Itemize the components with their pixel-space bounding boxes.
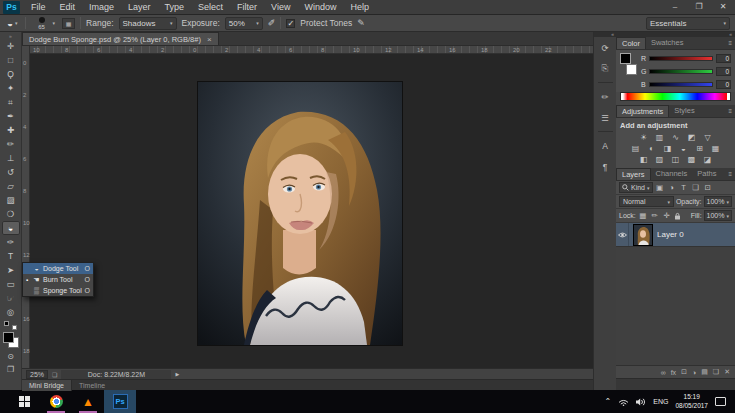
screen-mode-button[interactable]: ❐ — [2, 363, 20, 376]
status-menu-arrow-icon[interactable]: ▶ — [175, 371, 179, 377]
layer-row[interactable]: Layer 0 — [616, 223, 735, 247]
language-indicator[interactable]: ENG — [653, 398, 668, 405]
taskbar-clock[interactable]: 15:19 08/05/2017 — [675, 393, 708, 409]
hue-saturation-icon[interactable]: ▤ — [629, 143, 643, 153]
blur-tool[interactable]: ❍ — [2, 207, 20, 221]
layer-filter-select[interactable]: Kind ▾ — [619, 182, 653, 193]
menu-item-edit[interactable]: Edit — [53, 0, 83, 14]
foreground-color-swatch[interactable] — [3, 332, 14, 343]
action-center-icon[interactable] — [715, 397, 726, 406]
color-spectrum-ramp[interactable] — [620, 92, 731, 101]
dock-collapse-button[interactable]: « — [594, 32, 616, 37]
menu-item-window[interactable]: Window — [297, 0, 343, 14]
red-slider[interactable] — [649, 56, 713, 61]
black-white-icon[interactable]: ◨ — [661, 143, 675, 153]
tab-paths[interactable]: Paths — [692, 168, 721, 180]
filter-type-layers-icon[interactable]: T — [679, 183, 689, 192]
tab-timeline[interactable]: Timeline — [72, 380, 112, 391]
filter-pixel-layers-icon[interactable]: ▣ — [655, 183, 665, 192]
tab-styles[interactable]: Styles — [669, 105, 699, 117]
menu-item-help[interactable]: Help — [343, 0, 376, 14]
flyout-item-burn-tool[interactable]: ▪ ☚ Burn Tool O — [23, 274, 93, 285]
lasso-tool[interactable]: Ϙ — [2, 67, 20, 81]
menu-item-file[interactable]: File — [24, 0, 53, 14]
tab-mini-bridge[interactable]: Mini Bridge — [22, 380, 72, 391]
history-brush-tool[interactable]: ↺ — [2, 165, 20, 179]
gradient-tool[interactable]: ▨ — [2, 193, 20, 207]
exposure-select[interactable]: 50% ▾ — [225, 17, 263, 30]
start-button[interactable] — [8, 390, 40, 413]
tablet-pressure-icon[interactable]: ✎ — [357, 18, 365, 28]
close-button[interactable]: ✕ — [711, 0, 735, 14]
blue-slider[interactable] — [649, 82, 713, 87]
lock-transparent-icon[interactable]: ▦ — [638, 211, 648, 220]
green-slider[interactable] — [649, 69, 713, 74]
clone-stamp-tool[interactable]: ⊥ — [2, 151, 20, 165]
lock-all-icon[interactable] — [674, 212, 681, 220]
dodge-tool[interactable]: ◒ — [2, 221, 20, 235]
blend-mode-select[interactable]: Normal ▾ — [619, 196, 674, 207]
default-colors-button[interactable] — [4, 321, 17, 330]
red-value[interactable]: 0 — [716, 54, 731, 63]
photo-filter-icon[interactable]: ◒ — [677, 143, 691, 153]
rectangle-tool[interactable]: ▭ — [2, 277, 20, 291]
filter-shape-layers-icon[interactable]: ❑ — [691, 183, 701, 192]
menu-item-layer[interactable]: Layer — [121, 0, 158, 14]
close-tab-icon[interactable]: × — [207, 35, 212, 44]
history-panel-button[interactable]: ⟳ — [596, 39, 615, 56]
color-balance-icon[interactable]: ◐ — [645, 143, 659, 153]
move-tool[interactable]: ✛ — [2, 39, 20, 53]
panel-menu-icon[interactable]: ≡ — [725, 105, 735, 117]
blue-value[interactable]: 0 — [716, 80, 731, 89]
crop-tool[interactable]: ⌗ — [2, 95, 20, 109]
minimize-button[interactable]: – — [663, 0, 687, 14]
clone-source-panel-button[interactable]: ⎘ — [596, 60, 615, 77]
foreground-color-swatch[interactable] — [620, 53, 631, 64]
volume-icon[interactable] — [636, 398, 646, 406]
invert-icon[interactable]: ◧ — [637, 154, 651, 164]
tab-adjustments[interactable]: Adjustments — [616, 105, 669, 117]
delete-layer-icon[interactable]: ✕ — [724, 368, 730, 376]
brush-preset-picker[interactable]: 65 ▾ — [31, 17, 58, 30]
lock-position-icon[interactable]: ✛ — [662, 211, 672, 220]
brush-panel-button[interactable]: ✏ — [596, 88, 615, 105]
new-layer-icon[interactable]: ❏ — [713, 368, 719, 376]
zoom-level-field[interactable]: 25% — [26, 370, 48, 379]
visibility-toggle[interactable] — [616, 223, 629, 246]
range-select[interactable]: Shadows ▾ — [119, 17, 177, 30]
selective-color-icon[interactable]: ◪ — [701, 154, 715, 164]
flyout-item-sponge-tool[interactable]: ▒ Sponge Tool O — [23, 285, 93, 296]
layer-thumbnail[interactable] — [634, 225, 652, 245]
vibrance-icon[interactable]: ▽ — [701, 132, 715, 142]
new-adjustment-layer-icon[interactable]: ◑ — [692, 369, 696, 376]
rectangular-marquee-tool[interactable]: □ — [2, 53, 20, 67]
tab-layers[interactable]: Layers — [616, 168, 651, 180]
panel-menu-icon[interactable]: ≡ — [725, 168, 735, 180]
layer-name[interactable]: Layer 0 — [657, 230, 684, 239]
flyout-item-dodge-tool[interactable]: ◒ Dodge Tool O — [23, 263, 93, 274]
path-selection-tool[interactable]: ➤ — [2, 263, 20, 277]
quick-mask-button[interactable]: ⊙ — [2, 350, 20, 363]
toggle-brush-panel-button[interactable]: ▦ — [62, 18, 75, 29]
lock-pixels-icon[interactable]: ✏ — [650, 211, 660, 220]
workspace-switcher[interactable]: Essentials ▾ — [646, 17, 730, 30]
menu-item-filter[interactable]: Filter — [230, 0, 264, 14]
quick-selection-tool[interactable]: ✦ — [2, 81, 20, 95]
layer-style-icon[interactable]: fx — [671, 369, 676, 376]
healing-brush-tool[interactable]: ✚ — [2, 123, 20, 137]
canvas[interactable]: 0 2 4 6 8 10 12 14 16 18 — [22, 54, 593, 368]
eyedropper-tool[interactable]: ✒ — [2, 109, 20, 123]
tray-expand-icon[interactable]: ⌃ — [605, 397, 612, 406]
eraser-tool[interactable]: ▱ — [2, 179, 20, 193]
panel-menu-icon[interactable]: ≡ — [725, 37, 735, 49]
threshold-icon[interactable]: ◫ — [669, 154, 683, 164]
tool-preset-picker[interactable]: ◒ ▾ — [5, 18, 20, 29]
type-tool[interactable]: T — [2, 249, 20, 263]
network-icon[interactable] — [618, 398, 629, 406]
green-value[interactable]: 0 — [716, 67, 731, 76]
fill-field[interactable]: 100% ▾ — [704, 210, 732, 221]
new-group-icon[interactable]: ▤ — [701, 368, 708, 376]
background-color-swatch[interactable] — [626, 64, 637, 75]
tab-swatches[interactable]: Swatches — [646, 37, 689, 49]
levels-icon[interactable]: ▥ — [653, 132, 667, 142]
